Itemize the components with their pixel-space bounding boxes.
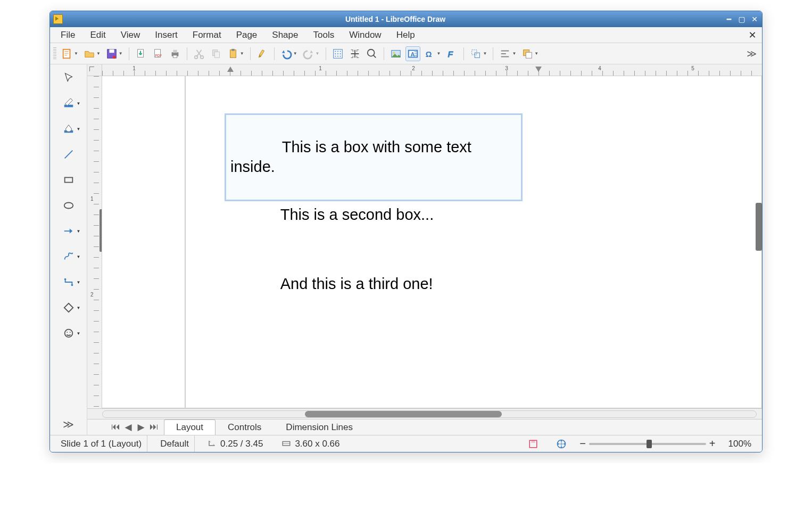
grid-button[interactable] — [330, 46, 345, 61]
zoom-thumb[interactable] — [647, 440, 652, 448]
tab-controls[interactable]: Controls — [216, 419, 274, 435]
ruler-number: 2 — [412, 65, 415, 71]
close-document-button[interactable]: ✕ — [746, 29, 759, 41]
menu-edit[interactable]: Edit — [82, 28, 113, 43]
clone-formatting-button[interactable] — [255, 46, 270, 61]
ruler-number: 1 — [319, 65, 322, 71]
menu-insert[interactable]: Insert — [147, 28, 185, 43]
zoom-in-button[interactable]: + — [709, 438, 716, 450]
zoom-level[interactable]: 100% — [723, 435, 757, 452]
hscroll-track[interactable] — [102, 410, 757, 418]
menu-file[interactable]: File — [53, 28, 82, 43]
svg-rect-36 — [526, 52, 532, 58]
align-button[interactable] — [498, 46, 518, 61]
horizontal-scrollbar — [87, 408, 762, 419]
open-button[interactable] — [82, 46, 102, 61]
arrow-tool[interactable] — [54, 221, 84, 241]
maximize-button[interactable]: ▢ — [738, 15, 746, 23]
status-style[interactable]: Default — [155, 435, 195, 452]
prev-slide-button[interactable]: ◀ — [123, 422, 133, 433]
svg-point-20 — [335, 53, 336, 54]
special-character-button[interactable]: Ω — [422, 46, 443, 61]
arrange-button[interactable] — [520, 46, 540, 61]
menu-page[interactable]: Page — [229, 28, 265, 43]
ruler-number: 1 — [132, 65, 136, 71]
svg-point-44 — [67, 332, 68, 333]
save-indicator[interactable] — [523, 435, 543, 452]
rectangle-tool[interactable] — [54, 170, 84, 190]
vertical-ruler[interactable]: 1 2 — [87, 76, 102, 408]
text-box-3[interactable]: And this is a third one! — [225, 252, 523, 316]
app-window: Untitled 1 - LibreOffice Draw ━ ▢ ✕ File… — [49, 11, 763, 452]
export-button[interactable] — [134, 46, 148, 61]
tab-dimension-lines[interactable]: Dimension Lines — [274, 419, 365, 435]
svg-rect-9 — [173, 55, 177, 57]
svg-text:PDF: PDF — [155, 53, 162, 57]
fontwork-button[interactable]: F — [444, 46, 459, 61]
basic-shapes-tool[interactable] — [54, 298, 84, 318]
menu-view[interactable]: View — [113, 28, 148, 43]
cut-button[interactable] — [192, 46, 206, 61]
zoom-track[interactable] — [589, 443, 706, 445]
ellipse-tool[interactable] — [54, 195, 84, 216]
copy-button[interactable] — [209, 46, 223, 61]
print-button[interactable] — [168, 46, 183, 61]
fit-page-button[interactable] — [551, 435, 572, 452]
drawing-viewport[interactable]: This is a box with some text inside. Thi… — [102, 76, 762, 408]
minimize-button[interactable]: ━ — [725, 15, 733, 23]
svg-rect-13 — [214, 52, 219, 57]
undo-button[interactable] — [279, 46, 299, 61]
tab-layout[interactable]: Layout — [164, 419, 216, 435]
line-color-tool[interactable] — [54, 93, 84, 113]
title-bar: Untitled 1 - LibreOffice Draw ━ ▢ ✕ — [50, 11, 762, 27]
new-button[interactable] — [60, 46, 80, 61]
svg-point-43 — [64, 330, 72, 337]
indent-marker-left[interactable] — [227, 67, 234, 72]
export-pdf-button[interactable]: PDF — [151, 46, 165, 61]
save-button[interactable] — [104, 46, 125, 61]
drawing-page[interactable]: This is a box with some text inside. Thi… — [102, 76, 762, 408]
svg-point-3 — [113, 55, 116, 59]
zoom-slider[interactable]: − + — [579, 438, 715, 450]
connector-tool[interactable] — [54, 272, 84, 292]
menu-shape[interactable]: Shape — [264, 28, 305, 43]
zoom-out-button[interactable]: − — [579, 438, 586, 450]
close-button[interactable]: ✕ — [750, 15, 759, 23]
curve-tool[interactable] — [54, 246, 84, 267]
zoom-button[interactable] — [364, 46, 379, 61]
indent-marker-right[interactable] — [535, 67, 542, 72]
text-box-2[interactable]: This is a second box... — [225, 183, 523, 247]
save-icon — [528, 439, 538, 449]
insert-image-button[interactable] — [388, 46, 403, 61]
next-slide-button[interactable]: ▶ — [136, 422, 146, 433]
select-tool[interactable] — [54, 68, 84, 88]
window-title: Untitled 1 - LibreOffice Draw — [66, 15, 725, 23]
fill-color-tool[interactable] — [54, 119, 84, 139]
svg-point-10 — [195, 55, 198, 59]
insert-textbox-button[interactable]: A — [405, 46, 420, 61]
toolbar-overflow-button[interactable]: ≫ — [744, 48, 759, 60]
vertical-scroll-thumb[interactable] — [756, 203, 762, 251]
svg-point-18 — [337, 51, 338, 52]
first-slide-button[interactable]: ⏮ — [111, 422, 120, 433]
svg-rect-39 — [64, 177, 72, 182]
menu-window[interactable]: Window — [342, 28, 388, 43]
drawing-toolbar-overflow[interactable]: ≫ — [63, 418, 74, 431]
svg-rect-8 — [173, 50, 177, 53]
menu-format[interactable]: Format — [185, 28, 229, 43]
paste-button[interactable] — [226, 46, 246, 61]
text-box-2-content: This is a second box... — [280, 206, 434, 223]
transformations-button[interactable] — [468, 46, 488, 61]
menu-help[interactable]: Help — [389, 28, 422, 43]
toolbar-grip[interactable] — [53, 47, 56, 60]
snap-guides-button[interactable] — [347, 46, 362, 61]
symbol-shapes-tool[interactable] — [54, 323, 84, 343]
hscroll-thumb[interactable] — [305, 411, 502, 417]
layer-tab-bar: ⏮ ◀ ▶ ⏭ Layout Controls Dimension Lines — [87, 419, 762, 435]
line-tool[interactable] — [54, 144, 84, 164]
last-slide-button[interactable]: ⏭ — [149, 422, 159, 433]
menu-tools[interactable]: Tools — [306, 28, 342, 43]
redo-button[interactable] — [301, 46, 321, 61]
horizontal-ruler[interactable]: 1 1 2 3 4 5 — [102, 64, 762, 76]
svg-point-28 — [393, 52, 395, 54]
